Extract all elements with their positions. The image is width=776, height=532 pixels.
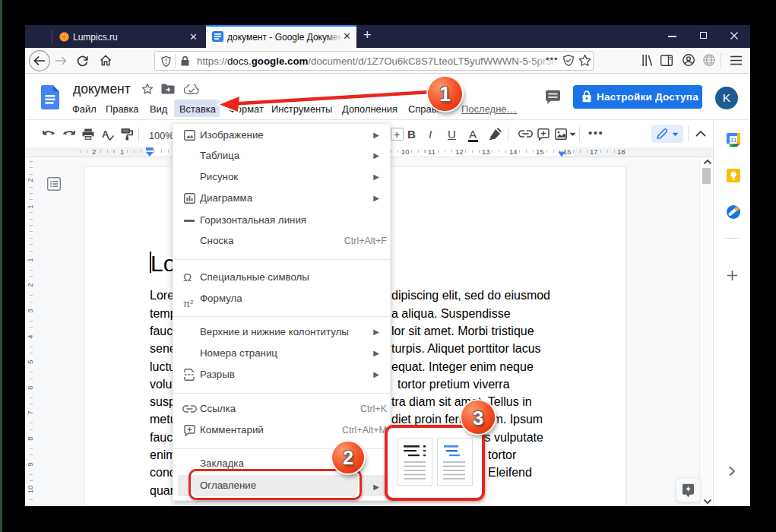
svg-text:31: 31 [730, 137, 737, 144]
